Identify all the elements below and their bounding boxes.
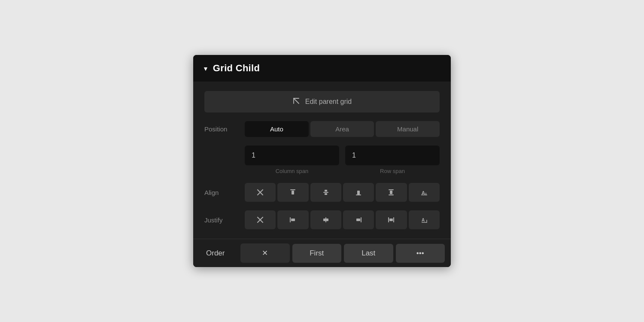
justify-start-button[interactable] [277, 210, 308, 229]
justify-label: Justify [204, 216, 239, 224]
justify-baseline-button[interactable]: A [409, 210, 440, 229]
justify-clear-button[interactable] [245, 210, 276, 229]
svg-rect-20 [323, 219, 325, 221]
order-last-button[interactable]: Last [344, 244, 393, 263]
svg-rect-23 [356, 219, 360, 221]
align-center-button[interactable] [310, 183, 341, 202]
justify-row: Justify [204, 210, 440, 229]
position-area-button[interactable]: Area [310, 121, 374, 137]
justify-end-button[interactable] [343, 210, 374, 229]
position-row: Position Auto Area Manual [204, 121, 440, 137]
panel-body: Edit parent grid Position Auto Area Manu… [193, 82, 451, 239]
edit-parent-grid-button[interactable]: Edit parent grid [204, 91, 440, 112]
order-more-button[interactable]: ••• [396, 244, 445, 263]
column-span-group: Column span [245, 146, 339, 174]
svg-text:A: A [422, 218, 425, 222]
svg-rect-5 [325, 190, 327, 191]
svg-rect-4 [323, 192, 328, 193]
position-label: Position [204, 125, 239, 133]
position-btn-group: Auto Area Manual [245, 121, 440, 137]
position-auto-button[interactable]: Auto [245, 121, 309, 137]
panel-header: ▼ Grid Child [193, 55, 451, 82]
align-row: Align [204, 183, 440, 202]
panel-title: Grid Child [213, 63, 260, 74]
align-start-button[interactable] [277, 183, 308, 202]
span-row: Column span Row span [245, 146, 440, 174]
justify-btn-group: A [245, 210, 440, 229]
svg-rect-19 [325, 217, 326, 222]
svg-rect-26 [389, 219, 393, 221]
row-span-group: Row span [345, 146, 440, 174]
justify-center-button[interactable] [310, 210, 341, 229]
svg-rect-10 [389, 194, 394, 195]
svg-rect-3 [292, 191, 294, 194]
row-span-input[interactable] [345, 146, 440, 165]
svg-rect-7 [356, 194, 361, 195]
svg-rect-11 [390, 191, 392, 194]
edit-parent-label: Edit parent grid [305, 98, 352, 106]
edit-parent-icon [292, 97, 300, 106]
panel-footer: Order ✕ First Last ••• [193, 239, 451, 267]
svg-rect-24 [388, 217, 389, 222]
justify-stretch-button[interactable] [376, 210, 407, 229]
svg-rect-18 [291, 219, 295, 221]
order-first-button[interactable]: First [292, 244, 342, 263]
align-clear-button[interactable] [245, 183, 276, 202]
row-span-label: Row span [345, 168, 440, 174]
chevron-down-icon: ▼ [203, 65, 209, 72]
svg-rect-2 [290, 189, 295, 190]
svg-rect-17 [290, 217, 291, 222]
svg-rect-21 [326, 219, 328, 221]
align-stretch-button[interactable] [376, 183, 407, 202]
column-span-input[interactable] [245, 146, 339, 165]
svg-rect-25 [393, 217, 394, 222]
svg-rect-22 [361, 217, 361, 222]
order-clear-button[interactable]: ✕ [240, 243, 290, 263]
svg-text:A: A [422, 190, 425, 195]
align-baseline-button[interactable]: A [409, 183, 440, 202]
align-end-button[interactable] [343, 183, 374, 202]
svg-rect-8 [357, 191, 360, 194]
position-manual-button[interactable]: Manual [376, 121, 440, 137]
svg-rect-6 [325, 193, 327, 195]
order-label: Order [199, 245, 238, 262]
align-label: Align [204, 189, 239, 196]
svg-rect-9 [389, 189, 394, 190]
grid-child-panel: ▼ Grid Child Edit parent grid Position A… [193, 55, 451, 267]
align-btn-group: A [245, 183, 440, 202]
column-span-label: Column span [245, 168, 339, 174]
